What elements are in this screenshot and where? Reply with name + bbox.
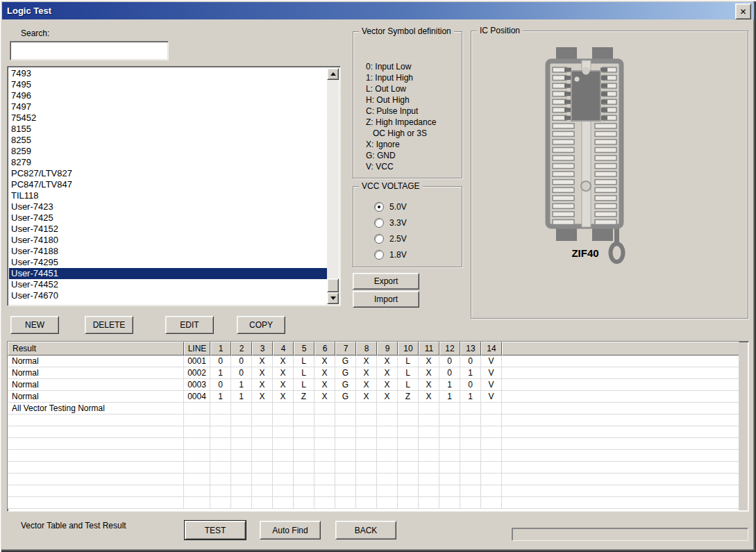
list-item[interactable]: 8155 — [9, 124, 327, 135]
vector-cell — [210, 462, 231, 474]
test-button[interactable]: TEST — [185, 521, 246, 540]
export-button[interactable]: Export — [353, 273, 419, 290]
scroll-down-button[interactable] — [327, 292, 339, 304]
list-item[interactable]: TIL118 — [9, 190, 327, 201]
list-item[interactable]: User-7423 — [9, 201, 327, 212]
table-row — [8, 485, 739, 497]
import-button[interactable]: Import — [353, 291, 419, 308]
vector-cell: X — [314, 367, 335, 379]
radio-icon[interactable] — [374, 218, 384, 228]
list-item[interactable]: User-74188 — [9, 246, 327, 257]
list-item[interactable]: 7497 — [9, 101, 327, 112]
list-item[interactable]: User-7425 — [9, 212, 327, 224]
copy-button[interactable]: COPY — [237, 316, 285, 334]
vector-cell: L — [294, 379, 314, 391]
vector-cell: X — [356, 356, 377, 367]
new-button[interactable]: NEW — [10, 316, 59, 334]
column-header: 8 — [356, 342, 377, 356]
title-bar[interactable]: Logic Test ✕ — [2, 2, 754, 19]
radio-icon[interactable] — [374, 202, 384, 212]
vector-symbol-group: Vector Symbol definition 0: Input Low1: … — [353, 31, 462, 178]
radio-icon[interactable] — [374, 234, 384, 244]
vector-cell — [481, 462, 502, 474]
list-item[interactable]: 7496 — [9, 90, 327, 101]
list-item[interactable]: User-74180 — [9, 235, 327, 246]
vector-cell: L — [294, 356, 314, 367]
vector-cell: G — [335, 367, 356, 379]
vector-cell — [314, 485, 335, 497]
column-header: 3 — [252, 342, 273, 356]
list-item[interactable]: PC827/LTV827 — [9, 168, 327, 179]
list-item[interactable]: 8259 — [9, 146, 327, 157]
close-button[interactable]: ✕ — [735, 3, 751, 19]
radio-icon[interactable] — [374, 250, 384, 260]
vector-cell — [273, 497, 294, 509]
vector-cell — [314, 462, 335, 474]
vector-symbol-lines: 0: Input Low1: Input HighL: Out LowH: Ou… — [366, 61, 436, 172]
delete-button[interactable]: DELETE — [85, 316, 133, 334]
scroll-up-button[interactable] — [327, 68, 339, 80]
vector-cell — [439, 474, 460, 485]
vector-cell — [252, 485, 273, 497]
vector-cell: X — [377, 379, 398, 391]
table-scroll-strip — [739, 342, 748, 510]
result-cell — [8, 474, 184, 485]
filler-cell — [502, 403, 739, 415]
vcc-option-label: 5.0V — [389, 202, 407, 212]
vcc-voltage-group-title: VCC VOLTAGE — [359, 181, 423, 191]
table-row — [8, 450, 739, 462]
column-header: 14 — [481, 342, 502, 356]
list-item[interactable]: PC847/LTV847 — [9, 179, 327, 190]
vcc-option-label: 2.5V — [389, 234, 407, 244]
vector-cell: 0 — [460, 356, 481, 367]
auto-find-button[interactable]: Auto Find — [260, 521, 321, 540]
vector-cell — [294, 474, 314, 485]
edit-button[interactable]: EDIT — [165, 316, 214, 334]
list-item[interactable]: 75452 — [9, 112, 327, 124]
vector-cell — [398, 438, 419, 450]
list-item[interactable]: User-74295 — [9, 257, 327, 268]
scrollbar-thumb[interactable] — [327, 278, 339, 292]
list-scrollbar[interactable] — [327, 68, 339, 304]
list-item[interactable]: User-74152 — [9, 224, 327, 235]
ic-list[interactable]: 7493749574967497754528155825582598279PC8… — [7, 66, 341, 306]
back-button[interactable]: BACK — [335, 521, 396, 540]
vector-cell — [210, 426, 231, 438]
vector-cell — [335, 474, 356, 485]
scrollbar-track[interactable] — [327, 80, 339, 292]
list-item[interactable]: 7495 — [9, 79, 327, 90]
vcc-option[interactable]: 1.8V — [374, 250, 407, 260]
list-item[interactable]: User-74670 — [9, 290, 327, 301]
vector-cell — [398, 474, 419, 485]
search-label: Search: — [21, 28, 49, 38]
vcc-option[interactable]: 5.0V — [374, 202, 407, 212]
socket-hole — [581, 181, 591, 191]
vcc-option[interactable]: 3.3V — [374, 218, 407, 228]
filler-cell — [502, 450, 739, 462]
list-item[interactable]: User-74451 — [9, 268, 327, 279]
list-item[interactable]: User-74452 — [9, 279, 327, 290]
vector-cell — [460, 485, 481, 497]
column-header-filler — [502, 342, 739, 356]
column-header: 12 — [439, 342, 460, 356]
vector-cell: V — [481, 379, 502, 391]
vector-cell — [481, 474, 502, 485]
vector-cell — [294, 450, 314, 462]
list-item[interactable]: 8255 — [9, 135, 327, 146]
search-input[interactable] — [10, 41, 169, 60]
vector-cell: 0 — [460, 379, 481, 391]
filler-cell — [502, 415, 739, 426]
line-cell: 0003 — [184, 379, 210, 391]
vcc-option[interactable]: 2.5V — [374, 234, 407, 244]
vector-cell — [210, 450, 231, 462]
vector-cell — [419, 426, 439, 438]
vector-cell — [273, 403, 294, 415]
vcc-voltage-group: VCC VOLTAGE 5.0V3.3V2.5V1.8V — [353, 186, 462, 267]
close-icon: ✕ — [739, 7, 746, 17]
vector-cell — [460, 403, 481, 415]
vector-cell — [460, 426, 481, 438]
list-item[interactable]: 8279 — [9, 157, 327, 168]
vector-cell: L — [398, 379, 419, 391]
vector-cell — [377, 415, 398, 426]
list-item[interactable]: 7493 — [9, 68, 327, 79]
